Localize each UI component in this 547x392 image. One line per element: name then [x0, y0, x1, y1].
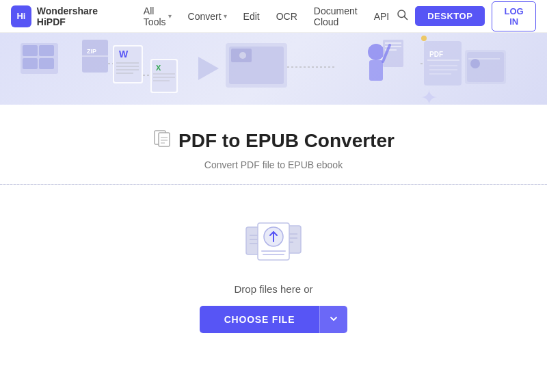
logo-text: Wondershare HiPDF: [37, 5, 123, 27]
drop-zone[interactable]: Drop files here or CHOOSE FILE: [0, 185, 547, 333]
svg-text:ZIP: ZIP: [87, 48, 96, 55]
logo[interactable]: Hi Wondershare HiPDF: [11, 5, 123, 27]
svg-marker-17: [198, 57, 219, 80]
upload-illustration: [243, 212, 304, 270]
nav-document-cloud[interactable]: Document Cloud: [307, 1, 364, 31]
title-wrapper: PDF to EPUB Converter: [152, 129, 395, 153]
hero-banner: ZIP W X: [0, 33, 547, 105]
svg-rect-35: [424, 41, 462, 86]
page-subtitle: Convert PDF file to EPUB ebook: [204, 159, 343, 170]
svg-rect-5: [23, 58, 38, 69]
nav-all-tools[interactable]: All Tools ▾: [137, 1, 178, 31]
svg-rect-52: [159, 133, 170, 146]
svg-rect-3: [23, 45, 38, 56]
svg-text:W: W: [119, 49, 129, 60]
converter-icon: [152, 129, 172, 153]
banner-illustration: ZIP W X: [0, 33, 547, 105]
desktop-button[interactable]: DESKTOP: [415, 6, 485, 26]
login-button[interactable]: LOG IN: [492, 1, 536, 31]
svg-rect-6: [39, 58, 54, 69]
svg-point-46: [470, 59, 480, 68]
choose-file-button[interactable]: CHOOSE FILE: [200, 306, 320, 333]
search-button[interactable]: [396, 8, 408, 24]
chevron-down-icon: ▾: [168, 12, 172, 20]
nav-edit[interactable]: Edit: [237, 7, 267, 26]
logo-icon: Hi: [11, 5, 31, 27]
nav-api[interactable]: API: [367, 7, 397, 26]
navbar: Hi Wondershare HiPDF All Tools ▾ Convert…: [0, 0, 547, 33]
drop-text: Drop files here or: [234, 283, 312, 295]
svg-point-21: [239, 52, 246, 59]
nav-links: All Tools ▾ Convert ▾ Edit OCR Document …: [137, 1, 396, 31]
svg-line-1: [405, 16, 408, 19]
page-title: PDF to EPUB Converter: [178, 130, 395, 152]
nav-ocr[interactable]: OCR: [269, 7, 304, 26]
chevron-down-icon: [330, 315, 338, 323]
page-content: PDF to EPUB Converter Convert PDF file t…: [0, 105, 547, 333]
svg-text:PDF: PDF: [429, 51, 443, 58]
choose-file-row: CHOOSE FILE: [200, 306, 348, 333]
svg-text:✦: ✦: [421, 86, 438, 105]
svg-rect-4: [39, 45, 54, 56]
nav-actions: DESKTOP LOG IN: [396, 1, 536, 31]
banner-bg: ZIP W X: [0, 33, 547, 105]
svg-point-28: [368, 44, 384, 60]
nav-convert[interactable]: Convert ▾: [181, 7, 234, 26]
chevron-down-icon: ▾: [224, 12, 227, 20]
choose-file-dropdown-button[interactable]: [319, 306, 347, 333]
svg-text:X: X: [156, 64, 161, 72]
svg-rect-29: [369, 60, 383, 81]
svg-point-41: [421, 36, 427, 41]
